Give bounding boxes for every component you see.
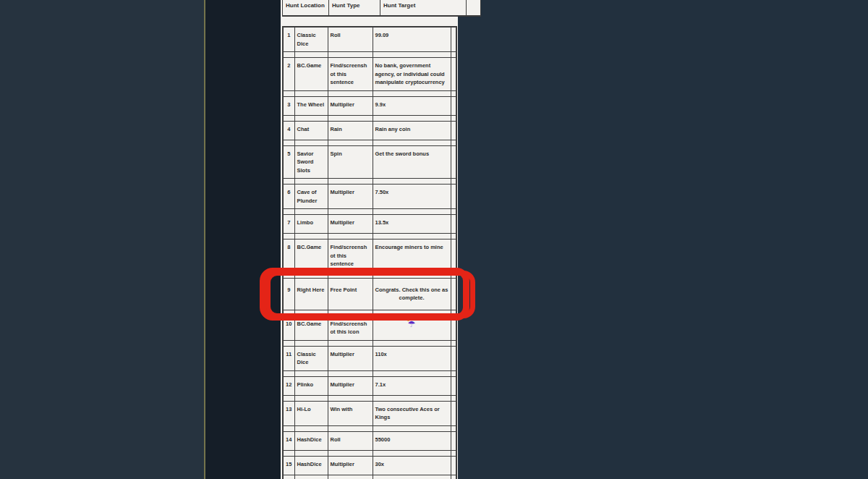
spacer-cell [283, 425, 294, 431]
spacer-cell [451, 115, 456, 121]
spacer-cell [451, 179, 456, 185]
hunt-location-cell: Right Here [294, 278, 328, 310]
spacer-row [283, 425, 456, 431]
row-number-cell: 5 [283, 145, 294, 179]
spacer-cell [283, 209, 294, 215]
header-hunt-location: Hunt Location [283, 0, 329, 16]
spacer-row [283, 272, 456, 278]
hunt-type-cell: Spin [328, 145, 373, 179]
spacer-cell [283, 450, 294, 456]
spacer-cell [328, 340, 373, 346]
spacer-cell [294, 179, 328, 185]
row-empty-cell [451, 431, 456, 450]
hunt-target-cell: 9.9x [373, 96, 451, 115]
row-empty-cell [451, 315, 456, 340]
content-gutter [205, 0, 281, 479]
spacer-cell [283, 310, 294, 315]
table-row: 12PlinkoMultiplier7.1x [283, 376, 456, 395]
spacer-cell [294, 90, 328, 96]
row-number-cell: 3 [283, 96, 294, 115]
row-empty-cell [451, 376, 456, 395]
spacer-cell [328, 370, 373, 376]
umbrella-icon: ☂✦✦ [408, 320, 416, 328]
row-empty-cell [451, 121, 456, 140]
spacer-row [283, 370, 456, 376]
hunt-target-cell: 30x [373, 456, 451, 475]
spacer-cell [328, 209, 373, 215]
hunt-location-cell: HashDice [294, 431, 328, 450]
hunt-target-cell: 7.1x [373, 376, 451, 395]
spacer-row [283, 52, 456, 58]
spacer-cell [294, 52, 328, 58]
hunt-location-cell: BC.Game [294, 315, 328, 340]
hunt-type-cell: Find/screenshot this sentence [328, 58, 373, 91]
spacer-cell [451, 52, 456, 58]
spacer-cell [328, 179, 373, 185]
table-row: 8BC.GameFind/screenshot this sentenceEnc… [283, 240, 456, 273]
spacer-cell [373, 450, 451, 456]
row-number-cell: 6 [283, 185, 294, 209]
table-row: 11Classic DiceMultiplier110x [283, 346, 456, 370]
spacer-cell [328, 140, 373, 145]
row-empty-cell [451, 145, 456, 179]
spacer-cell [283, 475, 294, 479]
spacer-cell [373, 90, 451, 96]
spacer-cell [451, 340, 456, 346]
spacer-cell [451, 272, 456, 278]
row-empty-cell [451, 278, 456, 310]
hunt-type-cell: Multiplier [328, 96, 373, 115]
row-empty-cell [451, 27, 456, 52]
row-empty-cell [451, 215, 456, 234]
spacer-cell [294, 115, 328, 121]
header-empty-cell [467, 0, 481, 16]
row-empty-cell [451, 96, 456, 115]
row-empty-cell [451, 240, 456, 273]
spacer-cell [294, 209, 328, 215]
spacer-cell [451, 140, 456, 145]
hunt-type-cell: Roll [328, 431, 373, 450]
row-empty-cell [451, 401, 456, 425]
spacer-cell [373, 340, 451, 346]
spacer-cell [283, 340, 294, 346]
spacer-cell [283, 52, 294, 58]
spacer-cell [373, 425, 451, 431]
table-row: 13Hi-LoWin withTwo consecutive Aces or K… [283, 401, 456, 425]
spacer-cell [294, 310, 328, 315]
hunt-location-cell: Cave of Plunder [294, 185, 328, 209]
hunt-location-cell: Limbo [294, 215, 328, 234]
hunt-location-cell: Plinko [294, 376, 328, 395]
hunt-target-cell: Encourage miners to mine [373, 240, 451, 273]
spacer-cell [451, 370, 456, 376]
spacer-cell [451, 90, 456, 96]
spacer-row [283, 475, 456, 479]
table-row: 5Savior Sword SlotsSpinGet the sword bon… [283, 145, 456, 179]
row-number-cell: 8 [283, 240, 294, 273]
row-number-cell: 4 [283, 121, 294, 140]
spacer-cell [283, 115, 294, 121]
spacer-cell [294, 140, 328, 145]
spacer-row [283, 140, 456, 145]
spacer-row [283, 395, 456, 401]
spacer-cell [451, 234, 456, 240]
spacer-cell [283, 179, 294, 185]
spacer-cell [328, 475, 373, 479]
hunt-type-cell: Find/screenshot this sentence [328, 240, 373, 273]
spacer-cell [294, 425, 328, 431]
spacer-cell [328, 450, 373, 456]
spacer-cell [373, 140, 451, 145]
hunt-location-cell: Hi-Lo [294, 401, 328, 425]
spacer-cell [373, 234, 451, 240]
row-number-cell: 11 [283, 346, 294, 370]
spacer-cell [294, 395, 328, 401]
hunt-type-cell: Multiplier [328, 346, 373, 370]
left-sidebar-panel [0, 0, 204, 479]
row-number-cell: 2 [283, 58, 294, 91]
hunt-location-cell: Classic Dice [294, 346, 328, 370]
spacer-cell [294, 370, 328, 376]
spacer-row [283, 310, 456, 315]
spreadsheet-image[interactable]: Hunt Location Hunt Type Hunt Target 1Cla… [281, 0, 458, 479]
spacer-cell [294, 475, 328, 479]
hunt-target-cell: 110x [373, 346, 451, 370]
hunt-table: 1Classic DiceRoll99.092BC.GameFind/scree… [282, 26, 457, 479]
row-number-cell: 1 [283, 27, 294, 52]
